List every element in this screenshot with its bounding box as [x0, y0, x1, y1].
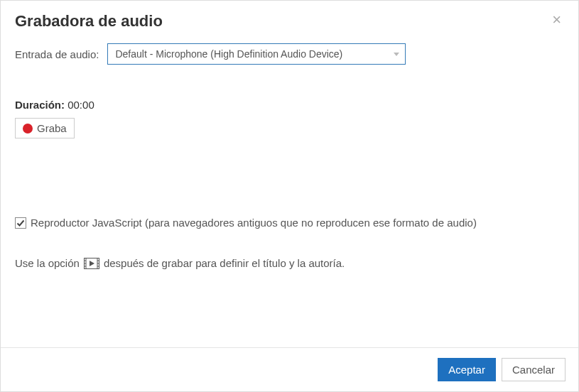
hint-prefix: Use la opción — [15, 257, 80, 269]
record-button[interactable]: Graba — [15, 118, 75, 138]
record-button-label: Graba — [37, 122, 67, 134]
duration-label: Duración: — [15, 99, 65, 111]
check-icon — [16, 219, 25, 227]
js-player-label: Reproductor JavaScript (para navegadores… — [31, 217, 477, 229]
accept-button[interactable]: Aceptar — [438, 358, 496, 381]
dialog-footer: Aceptar Cancelar — [1, 347, 578, 391]
close-icon[interactable]: × — [552, 8, 564, 28]
dialog-body: Entrada de audio: Default - Microphone (… — [1, 43, 578, 347]
chevron-down-icon — [394, 53, 399, 56]
hint-suffix: después de grabar para definir el título… — [104, 257, 345, 269]
duration-value: 00:00 — [67, 99, 94, 111]
audio-input-select[interactable]: Default - Microphone (High Definition Au… — [107, 43, 406, 65]
audio-input-label: Entrada de audio: — [15, 48, 99, 60]
record-icon — [23, 124, 33, 134]
cancel-button[interactable]: Cancelar — [502, 358, 566, 381]
duration-line: Duración: 00:00 — [15, 99, 564, 111]
audio-input-selected: Default - Microphone (High Definition Au… — [115, 48, 342, 60]
js-player-row: Reproductor JavaScript (para navegadores… — [15, 217, 564, 229]
media-options-icon — [84, 258, 99, 269]
hint-row: Use la opción después de grabar para def… — [15, 257, 564, 269]
audio-recorder-dialog: Grabadora de audio × Entrada de audio: D… — [0, 0, 579, 392]
js-player-checkbox[interactable] — [15, 217, 26, 229]
dialog-title: Grabadora de audio — [15, 8, 163, 31]
audio-input-row: Entrada de audio: Default - Microphone (… — [15, 43, 564, 65]
dialog-header: Grabadora de audio × — [1, 1, 578, 43]
